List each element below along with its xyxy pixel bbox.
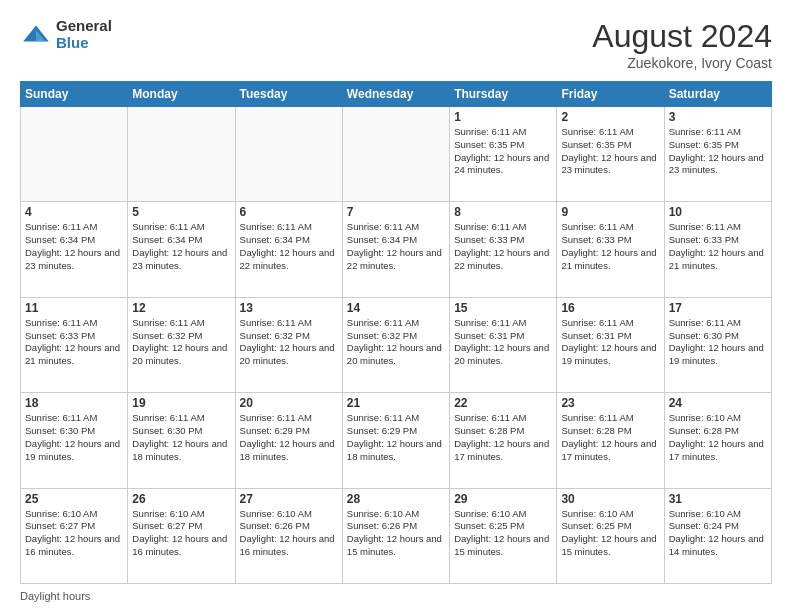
day-number: 31 bbox=[669, 492, 767, 506]
day-info: Sunrise: 6:10 AM Sunset: 6:28 PM Dayligh… bbox=[669, 412, 767, 463]
day-cell: 26Sunrise: 6:10 AM Sunset: 6:27 PM Dayli… bbox=[128, 488, 235, 583]
day-number: 20 bbox=[240, 396, 338, 410]
day-number: 22 bbox=[454, 396, 552, 410]
day-number: 24 bbox=[669, 396, 767, 410]
day-info: Sunrise: 6:11 AM Sunset: 6:31 PM Dayligh… bbox=[561, 317, 659, 368]
day-info: Sunrise: 6:10 AM Sunset: 6:27 PM Dayligh… bbox=[132, 508, 230, 559]
day-cell: 11Sunrise: 6:11 AM Sunset: 6:33 PM Dayli… bbox=[21, 297, 128, 392]
day-number: 23 bbox=[561, 396, 659, 410]
footer-note: Daylight hours bbox=[20, 590, 90, 602]
day-info: Sunrise: 6:10 AM Sunset: 6:24 PM Dayligh… bbox=[669, 508, 767, 559]
day-info: Sunrise: 6:11 AM Sunset: 6:35 PM Dayligh… bbox=[454, 126, 552, 177]
day-cell: 28Sunrise: 6:10 AM Sunset: 6:26 PM Dayli… bbox=[342, 488, 449, 583]
day-info: Sunrise: 6:11 AM Sunset: 6:28 PM Dayligh… bbox=[454, 412, 552, 463]
logo: General Blue bbox=[20, 18, 112, 51]
col-monday: Monday bbox=[128, 82, 235, 107]
day-number: 4 bbox=[25, 205, 123, 219]
day-cell: 20Sunrise: 6:11 AM Sunset: 6:29 PM Dayli… bbox=[235, 393, 342, 488]
day-cell: 9Sunrise: 6:11 AM Sunset: 6:33 PM Daylig… bbox=[557, 202, 664, 297]
week-row-3: 18Sunrise: 6:11 AM Sunset: 6:30 PM Dayli… bbox=[21, 393, 772, 488]
day-cell: 2Sunrise: 6:11 AM Sunset: 6:35 PM Daylig… bbox=[557, 107, 664, 202]
day-cell: 13Sunrise: 6:11 AM Sunset: 6:32 PM Dayli… bbox=[235, 297, 342, 392]
location: Zuekokore, Ivory Coast bbox=[592, 55, 772, 71]
day-info: Sunrise: 6:11 AM Sunset: 6:35 PM Dayligh… bbox=[561, 126, 659, 177]
day-number: 10 bbox=[669, 205, 767, 219]
header-row: Sunday Monday Tuesday Wednesday Thursday… bbox=[21, 82, 772, 107]
calendar: Sunday Monday Tuesday Wednesday Thursday… bbox=[20, 81, 772, 584]
day-cell: 12Sunrise: 6:11 AM Sunset: 6:32 PM Dayli… bbox=[128, 297, 235, 392]
day-cell: 30Sunrise: 6:10 AM Sunset: 6:25 PM Dayli… bbox=[557, 488, 664, 583]
day-cell bbox=[235, 107, 342, 202]
day-cell: 8Sunrise: 6:11 AM Sunset: 6:33 PM Daylig… bbox=[450, 202, 557, 297]
day-cell: 5Sunrise: 6:11 AM Sunset: 6:34 PM Daylig… bbox=[128, 202, 235, 297]
day-info: Sunrise: 6:11 AM Sunset: 6:29 PM Dayligh… bbox=[240, 412, 338, 463]
day-cell: 14Sunrise: 6:11 AM Sunset: 6:32 PM Dayli… bbox=[342, 297, 449, 392]
day-number: 7 bbox=[347, 205, 445, 219]
day-info: Sunrise: 6:11 AM Sunset: 6:28 PM Dayligh… bbox=[561, 412, 659, 463]
day-info: Sunrise: 6:11 AM Sunset: 6:32 PM Dayligh… bbox=[132, 317, 230, 368]
day-cell: 17Sunrise: 6:11 AM Sunset: 6:30 PM Dayli… bbox=[664, 297, 771, 392]
day-info: Sunrise: 6:10 AM Sunset: 6:25 PM Dayligh… bbox=[561, 508, 659, 559]
day-cell: 31Sunrise: 6:10 AM Sunset: 6:24 PM Dayli… bbox=[664, 488, 771, 583]
day-number: 28 bbox=[347, 492, 445, 506]
logo-icon bbox=[20, 19, 52, 51]
week-row-2: 11Sunrise: 6:11 AM Sunset: 6:33 PM Dayli… bbox=[21, 297, 772, 392]
day-info: Sunrise: 6:11 AM Sunset: 6:34 PM Dayligh… bbox=[132, 221, 230, 272]
day-info: Sunrise: 6:11 AM Sunset: 6:30 PM Dayligh… bbox=[25, 412, 123, 463]
day-info: Sunrise: 6:10 AM Sunset: 6:26 PM Dayligh… bbox=[240, 508, 338, 559]
day-number: 11 bbox=[25, 301, 123, 315]
day-info: Sunrise: 6:11 AM Sunset: 6:33 PM Dayligh… bbox=[454, 221, 552, 272]
day-number: 6 bbox=[240, 205, 338, 219]
day-number: 18 bbox=[25, 396, 123, 410]
day-cell: 23Sunrise: 6:11 AM Sunset: 6:28 PM Dayli… bbox=[557, 393, 664, 488]
day-cell: 27Sunrise: 6:10 AM Sunset: 6:26 PM Dayli… bbox=[235, 488, 342, 583]
day-cell: 16Sunrise: 6:11 AM Sunset: 6:31 PM Dayli… bbox=[557, 297, 664, 392]
day-info: Sunrise: 6:11 AM Sunset: 6:30 PM Dayligh… bbox=[669, 317, 767, 368]
footer: Daylight hours bbox=[20, 590, 772, 602]
day-cell: 29Sunrise: 6:10 AM Sunset: 6:25 PM Dayli… bbox=[450, 488, 557, 583]
day-cell: 21Sunrise: 6:11 AM Sunset: 6:29 PM Dayli… bbox=[342, 393, 449, 488]
col-saturday: Saturday bbox=[664, 82, 771, 107]
day-info: Sunrise: 6:11 AM Sunset: 6:32 PM Dayligh… bbox=[240, 317, 338, 368]
week-row-0: 1Sunrise: 6:11 AM Sunset: 6:35 PM Daylig… bbox=[21, 107, 772, 202]
day-cell: 6Sunrise: 6:11 AM Sunset: 6:34 PM Daylig… bbox=[235, 202, 342, 297]
day-number: 17 bbox=[669, 301, 767, 315]
day-info: Sunrise: 6:10 AM Sunset: 6:27 PM Dayligh… bbox=[25, 508, 123, 559]
week-row-1: 4Sunrise: 6:11 AM Sunset: 6:34 PM Daylig… bbox=[21, 202, 772, 297]
day-number: 26 bbox=[132, 492, 230, 506]
day-number: 25 bbox=[25, 492, 123, 506]
day-cell: 1Sunrise: 6:11 AM Sunset: 6:35 PM Daylig… bbox=[450, 107, 557, 202]
logo-text: General Blue bbox=[56, 18, 112, 51]
day-number: 14 bbox=[347, 301, 445, 315]
day-info: Sunrise: 6:11 AM Sunset: 6:31 PM Dayligh… bbox=[454, 317, 552, 368]
day-cell bbox=[128, 107, 235, 202]
day-info: Sunrise: 6:11 AM Sunset: 6:29 PM Dayligh… bbox=[347, 412, 445, 463]
day-info: Sunrise: 6:11 AM Sunset: 6:35 PM Dayligh… bbox=[669, 126, 767, 177]
day-info: Sunrise: 6:11 AM Sunset: 6:34 PM Dayligh… bbox=[347, 221, 445, 272]
logo-general: General bbox=[56, 18, 112, 35]
day-number: 8 bbox=[454, 205, 552, 219]
day-number: 2 bbox=[561, 110, 659, 124]
col-wednesday: Wednesday bbox=[342, 82, 449, 107]
day-number: 13 bbox=[240, 301, 338, 315]
day-info: Sunrise: 6:11 AM Sunset: 6:30 PM Dayligh… bbox=[132, 412, 230, 463]
day-number: 12 bbox=[132, 301, 230, 315]
day-cell: 15Sunrise: 6:11 AM Sunset: 6:31 PM Dayli… bbox=[450, 297, 557, 392]
day-number: 30 bbox=[561, 492, 659, 506]
col-sunday: Sunday bbox=[21, 82, 128, 107]
day-number: 21 bbox=[347, 396, 445, 410]
day-number: 9 bbox=[561, 205, 659, 219]
day-number: 3 bbox=[669, 110, 767, 124]
title-block: August 2024 Zuekokore, Ivory Coast bbox=[592, 18, 772, 71]
day-number: 27 bbox=[240, 492, 338, 506]
day-info: Sunrise: 6:11 AM Sunset: 6:34 PM Dayligh… bbox=[240, 221, 338, 272]
day-info: Sunrise: 6:10 AM Sunset: 6:26 PM Dayligh… bbox=[347, 508, 445, 559]
day-cell: 25Sunrise: 6:10 AM Sunset: 6:27 PM Dayli… bbox=[21, 488, 128, 583]
day-number: 19 bbox=[132, 396, 230, 410]
week-row-4: 25Sunrise: 6:10 AM Sunset: 6:27 PM Dayli… bbox=[21, 488, 772, 583]
day-cell: 10Sunrise: 6:11 AM Sunset: 6:33 PM Dayli… bbox=[664, 202, 771, 297]
col-tuesday: Tuesday bbox=[235, 82, 342, 107]
day-number: 15 bbox=[454, 301, 552, 315]
page: General Blue August 2024 Zuekokore, Ivor… bbox=[0, 0, 792, 612]
day-info: Sunrise: 6:10 AM Sunset: 6:25 PM Dayligh… bbox=[454, 508, 552, 559]
